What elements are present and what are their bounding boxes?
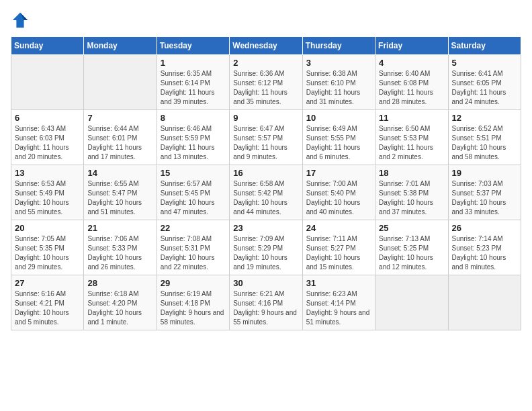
calendar-cell: 1Sunrise: 6:35 AM Sunset: 6:14 PM Daylig… [157, 55, 229, 110]
weekday-header-saturday: Saturday [448, 37, 521, 55]
calendar-week-row: 1Sunrise: 6:35 AM Sunset: 6:14 PM Daylig… [11, 55, 521, 110]
day-number: 11 [379, 113, 444, 123]
weekday-header-sunday: Sunday [11, 37, 84, 55]
calendar-cell: 3Sunrise: 6:38 AM Sunset: 6:10 PM Daylig… [302, 55, 375, 110]
calendar-cell: 26Sunrise: 7:14 AM Sunset: 5:23 PM Dayli… [448, 220, 521, 275]
day-number: 15 [161, 168, 226, 178]
day-number: 25 [379, 223, 444, 233]
day-number: 21 [87, 223, 152, 233]
calendar-header-row: SundayMondayTuesdayWednesdayThursdayFrid… [11, 37, 521, 55]
day-info: Sunrise: 6:19 AM Sunset: 4:18 PM Dayligh… [161, 289, 226, 327]
day-info: Sunrise: 7:08 AM Sunset: 5:31 PM Dayligh… [161, 234, 226, 272]
calendar-cell [448, 275, 521, 330]
calendar-cell [11, 55, 84, 110]
calendar-cell: 5Sunrise: 6:41 AM Sunset: 6:05 PM Daylig… [448, 55, 521, 110]
day-info: Sunrise: 6:36 AM Sunset: 6:12 PM Dayligh… [233, 69, 298, 107]
calendar-table: SundayMondayTuesdayWednesdayThursdayFrid… [11, 36, 521, 330]
day-info: Sunrise: 7:09 AM Sunset: 5:29 PM Dayligh… [233, 234, 298, 272]
day-number: 22 [161, 223, 226, 233]
day-number: 29 [161, 278, 226, 288]
day-number: 24 [306, 223, 371, 233]
calendar-cell: 23Sunrise: 7:09 AM Sunset: 5:29 PM Dayli… [230, 220, 302, 275]
day-number: 3 [306, 58, 371, 68]
day-number: 10 [306, 113, 371, 123]
day-number: 6 [15, 113, 80, 123]
day-info: Sunrise: 6:55 AM Sunset: 5:47 PM Dayligh… [87, 179, 152, 217]
day-info: Sunrise: 7:00 AM Sunset: 5:40 PM Dayligh… [306, 179, 371, 217]
page-header [11, 11, 521, 30]
calendar-cell: 9Sunrise: 6:47 AM Sunset: 5:57 PM Daylig… [230, 110, 302, 165]
calendar-cell [375, 275, 448, 330]
logo-icon [11, 11, 30, 30]
calendar-cell: 8Sunrise: 6:46 AM Sunset: 5:59 PM Daylig… [157, 110, 229, 165]
day-number: 26 [452, 223, 517, 233]
day-info: Sunrise: 7:05 AM Sunset: 5:35 PM Dayligh… [15, 234, 80, 272]
day-number: 31 [306, 278, 371, 288]
calendar-cell: 24Sunrise: 7:11 AM Sunset: 5:27 PM Dayli… [302, 220, 375, 275]
day-info: Sunrise: 6:47 AM Sunset: 5:57 PM Dayligh… [233, 124, 298, 162]
weekday-header-monday: Monday [84, 37, 157, 55]
day-info: Sunrise: 6:49 AM Sunset: 5:55 PM Dayligh… [306, 124, 371, 162]
calendar-cell: 22Sunrise: 7:08 AM Sunset: 5:31 PM Dayli… [157, 220, 229, 275]
day-number: 2 [233, 58, 298, 68]
day-number: 23 [233, 223, 298, 233]
calendar-week-row: 20Sunrise: 7:05 AM Sunset: 5:35 PM Dayli… [11, 220, 521, 275]
day-number: 17 [306, 168, 371, 178]
day-info: Sunrise: 6:46 AM Sunset: 5:59 PM Dayligh… [161, 124, 226, 162]
day-info: Sunrise: 6:57 AM Sunset: 5:45 PM Dayligh… [161, 179, 226, 217]
weekday-header-wednesday: Wednesday [230, 37, 302, 55]
day-number: 16 [233, 168, 298, 178]
calendar-cell: 6Sunrise: 6:43 AM Sunset: 6:03 PM Daylig… [11, 110, 84, 165]
day-info: Sunrise: 7:13 AM Sunset: 5:25 PM Dayligh… [379, 234, 444, 272]
day-info: Sunrise: 7:06 AM Sunset: 5:33 PM Dayligh… [87, 234, 152, 272]
calendar-cell: 31Sunrise: 6:23 AM Sunset: 4:14 PM Dayli… [302, 275, 375, 330]
calendar-week-row: 13Sunrise: 6:53 AM Sunset: 5:49 PM Dayli… [11, 165, 521, 220]
day-info: Sunrise: 7:03 AM Sunset: 5:37 PM Dayligh… [452, 179, 517, 217]
weekday-header-tuesday: Tuesday [157, 37, 229, 55]
calendar-week-row: 27Sunrise: 6:16 AM Sunset: 4:21 PM Dayli… [11, 275, 521, 330]
day-info: Sunrise: 6:21 AM Sunset: 4:16 PM Dayligh… [233, 289, 298, 327]
day-number: 13 [15, 168, 80, 178]
day-info: Sunrise: 6:52 AM Sunset: 5:51 PM Dayligh… [452, 124, 517, 162]
day-number: 20 [15, 223, 80, 233]
calendar-cell: 16Sunrise: 6:58 AM Sunset: 5:42 PM Dayli… [230, 165, 302, 220]
day-number: 1 [161, 58, 226, 68]
day-number: 30 [233, 278, 298, 288]
day-info: Sunrise: 6:50 AM Sunset: 5:53 PM Dayligh… [379, 124, 444, 162]
day-number: 4 [379, 58, 444, 68]
day-number: 18 [379, 168, 444, 178]
day-number: 12 [452, 113, 517, 123]
calendar-cell: 21Sunrise: 7:06 AM Sunset: 5:33 PM Dayli… [84, 220, 157, 275]
calendar-cell: 19Sunrise: 7:03 AM Sunset: 5:37 PM Dayli… [448, 165, 521, 220]
logo [11, 11, 32, 30]
day-number: 5 [452, 58, 517, 68]
day-info: Sunrise: 6:38 AM Sunset: 6:10 PM Dayligh… [306, 69, 371, 107]
day-info: Sunrise: 6:43 AM Sunset: 6:03 PM Dayligh… [15, 124, 80, 162]
calendar-cell: 29Sunrise: 6:19 AM Sunset: 4:18 PM Dayli… [157, 275, 229, 330]
day-number: 28 [87, 278, 152, 288]
day-number: 7 [87, 113, 152, 123]
weekday-header-thursday: Thursday [302, 37, 375, 55]
day-info: Sunrise: 7:11 AM Sunset: 5:27 PM Dayligh… [306, 234, 371, 272]
day-info: Sunrise: 6:41 AM Sunset: 6:05 PM Dayligh… [452, 69, 517, 107]
calendar-cell: 18Sunrise: 7:01 AM Sunset: 5:38 PM Dayli… [375, 165, 448, 220]
day-info: Sunrise: 6:58 AM Sunset: 5:42 PM Dayligh… [233, 179, 298, 217]
day-info: Sunrise: 6:35 AM Sunset: 6:14 PM Dayligh… [161, 69, 226, 107]
day-info: Sunrise: 6:18 AM Sunset: 4:20 PM Dayligh… [87, 289, 152, 327]
calendar-cell: 20Sunrise: 7:05 AM Sunset: 5:35 PM Dayli… [11, 220, 84, 275]
calendar-cell: 4Sunrise: 6:40 AM Sunset: 6:08 PM Daylig… [375, 55, 448, 110]
calendar-cell: 25Sunrise: 7:13 AM Sunset: 5:25 PM Dayli… [375, 220, 448, 275]
calendar-cell: 12Sunrise: 6:52 AM Sunset: 5:51 PM Dayli… [448, 110, 521, 165]
day-number: 27 [15, 278, 80, 288]
day-number: 8 [161, 113, 226, 123]
day-number: 19 [452, 168, 517, 178]
day-number: 9 [233, 113, 298, 123]
calendar-cell [84, 55, 157, 110]
day-info: Sunrise: 6:23 AM Sunset: 4:14 PM Dayligh… [306, 289, 371, 327]
calendar-cell: 13Sunrise: 6:53 AM Sunset: 5:49 PM Dayli… [11, 165, 84, 220]
calendar-cell: 17Sunrise: 7:00 AM Sunset: 5:40 PM Dayli… [302, 165, 375, 220]
day-info: Sunrise: 6:40 AM Sunset: 6:08 PM Dayligh… [379, 69, 444, 107]
calendar-cell: 2Sunrise: 6:36 AM Sunset: 6:12 PM Daylig… [230, 55, 302, 110]
day-info: Sunrise: 6:53 AM Sunset: 5:49 PM Dayligh… [15, 179, 80, 217]
calendar-cell: 27Sunrise: 6:16 AM Sunset: 4:21 PM Dayli… [11, 275, 84, 330]
